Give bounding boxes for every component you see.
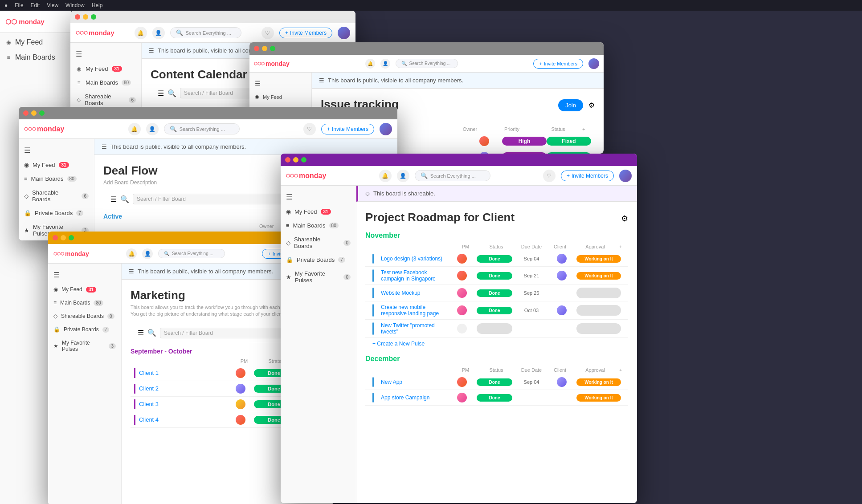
november-header: November	[365, 232, 628, 242]
apple-menu[interactable]: ●	[4, 2, 8, 8]
share-icon: ◇	[53, 313, 57, 319]
search-bar[interactable]: 🔍 Search Everything ...	[415, 170, 490, 181]
user-avatar[interactable]	[338, 27, 350, 39]
share-icon: ◇	[24, 193, 29, 199]
sidebar-item-feed[interactable]: ◉ My Feed	[0, 35, 71, 50]
heart-icon[interactable]: ♡	[261, 27, 274, 39]
search-bar[interactable]: 🔍 Search Everything ...	[170, 27, 241, 38]
sidebar-main-boards[interactable]: ≡ Main Boards 80	[48, 296, 121, 309]
menu-item[interactable]: View	[47, 2, 58, 8]
heart-icon[interactable]: ♡	[543, 170, 556, 182]
sidebar-main-boards[interactable]: ≡ Main Boards 80	[281, 219, 356, 232]
maximize-button[interactable]	[39, 110, 45, 116]
close-button[interactable]	[254, 46, 259, 51]
filter-input[interactable]: Search / Filter Board	[160, 328, 301, 338]
close-button[interactable]	[23, 110, 29, 116]
people-icon[interactable]: 👤	[142, 248, 153, 259]
sidebar-shareable[interactable]: ◇ Shareable Boards 0	[48, 309, 121, 323]
sidebar-feed-label: My Feed	[15, 38, 43, 46]
sidebar-feed[interactable]: ◉ My Feed 31	[19, 158, 94, 172]
lock-icon: 🔒	[24, 210, 31, 216]
table-row: Website Mockup Done Sep 26	[365, 285, 628, 301]
maximize-button[interactable]	[69, 235, 74, 240]
sidebar-private[interactable]: 🔒 Private Boards 7	[48, 323, 121, 336]
search-bar[interactable]: 🔍 Search Everything ...	[396, 59, 458, 68]
sidebar-shareable[interactable]: ◇ Shareable Boards 0	[281, 232, 356, 253]
people-icon[interactable]: 👤	[397, 170, 409, 182]
shareable-badge: 6	[129, 97, 136, 103]
user-avatar[interactable]	[380, 123, 392, 135]
december-header: December	[365, 350, 628, 366]
minimize-button[interactable]	[83, 14, 88, 20]
search-bar[interactable]: 🔍 Search Everything ...	[164, 123, 240, 134]
invite-button[interactable]: + Invite Members	[533, 59, 583, 69]
notification-icon[interactable]: 🔔	[365, 59, 375, 69]
sidebar-mainboards-label: Main Boards	[15, 53, 55, 61]
menu-item[interactable]: Help	[92, 2, 103, 8]
people-icon[interactable]: 👤	[146, 123, 159, 135]
shareable-label: Shareable Boards	[61, 313, 104, 319]
people-icon[interactable]: 👤	[380, 59, 390, 69]
menu-item[interactable]: Window	[65, 2, 85, 8]
sidebar: ☰ ◉ My Feed 31 ≡ Main Boards 80 ◇ Sharea…	[19, 139, 94, 240]
row-date: Sep 26	[516, 290, 547, 296]
people-icon[interactable]: 👤	[152, 27, 165, 39]
sidebar-menu-toggle[interactable]: ☰	[70, 46, 141, 62]
close-button[interactable]	[75, 14, 80, 20]
sidebar-favorites[interactable]: ★ My Favorite Pulses 0	[281, 267, 356, 287]
invite-button[interactable]: + Invite Members	[561, 171, 614, 181]
sidebar-private[interactable]: 🔒 Private Boards 7	[281, 253, 356, 267]
heart-icon[interactable]: ♡	[303, 123, 316, 135]
shareable-label: Shareable Boards	[294, 236, 340, 249]
invite-button[interactable]: + Invite Members	[321, 124, 374, 134]
shareable-badge: 0	[343, 240, 351, 246]
boards-icon: ≡	[76, 80, 82, 86]
close-button[interactable]	[285, 157, 290, 163]
boards-icon: ≡	[286, 222, 290, 229]
settings-icon[interactable]: ⚙	[621, 214, 628, 224]
menu-item[interactable]: Edit	[31, 2, 40, 8]
sidebar-menu[interactable]: ☰	[249, 76, 311, 90]
sidebar-feed[interactable]: ◉ My Feed 31	[70, 62, 141, 76]
minimize-button[interactable]	[61, 235, 66, 240]
maximize-button[interactable]	[270, 46, 275, 51]
minimize-button[interactable]	[262, 46, 267, 51]
feed-label: My Feed	[263, 94, 282, 100]
row-name: Client 2	[139, 385, 227, 392]
feed-badge: 31	[86, 287, 96, 293]
user-avatar[interactable]	[588, 58, 599, 69]
notification-icon[interactable]: 🔔	[135, 27, 147, 39]
sidebar-main-boards[interactable]: ≡ Main Boards 80	[19, 172, 94, 186]
menu-item[interactable]: File	[15, 2, 23, 8]
sidebar-favorites[interactable]: ★ My Favorite Pulses 3	[48, 336, 121, 356]
notification-icon[interactable]: 🔔	[379, 170, 392, 182]
maximize-button[interactable]	[301, 157, 306, 163]
sidebar-feed[interactable]: ◉ My Feed	[249, 90, 311, 103]
add-pulse-button[interactable]: + Create a New Pulse	[365, 338, 628, 350]
search-bar[interactable]: 🔍 Search Everything ...	[158, 249, 225, 258]
settings-icon[interactable]: ⚙	[588, 101, 595, 110]
board-icon2: ☰	[138, 329, 144, 337]
minimize-button[interactable]	[31, 110, 37, 116]
sidebar-feed[interactable]: ◉ My Feed 31	[48, 283, 121, 296]
search-icon2: 🔍	[147, 329, 156, 337]
feed-icon: ◉	[76, 66, 82, 72]
sidebar-menu[interactable]: ☰	[281, 189, 356, 205]
user-avatar[interactable]	[619, 170, 632, 182]
invite-button[interactable]: + Invite Members	[279, 28, 332, 38]
sidebar-item-main-boards[interactable]: ≡ Main Boards	[0, 50, 71, 65]
close-button[interactable]	[53, 235, 58, 240]
notification-icon[interactable]: 🔔	[128, 123, 141, 135]
monday-logo: ⬡⬡⬡ monday	[24, 125, 64, 133]
sidebar-feed[interactable]: ◉ My Feed 31	[281, 205, 356, 219]
join-button[interactable]: Join	[558, 99, 583, 111]
maximize-button[interactable]	[91, 14, 96, 20]
notification-icon[interactable]: 🔔	[126, 248, 137, 259]
sidebar-shareable[interactable]: ◇ Shareable Boards 6	[19, 186, 94, 206]
row-date: Sep 04	[516, 379, 547, 385]
sidebar-private[interactable]: 🔒 Private Boards 7	[19, 206, 94, 220]
minimize-button[interactable]	[293, 157, 298, 163]
sidebar-menu[interactable]: ☰	[19, 142, 94, 158]
sidebar-menu[interactable]: ☰	[48, 267, 121, 283]
sidebar-main-boards[interactable]: ≡ Main Boards 80	[70, 76, 141, 89]
